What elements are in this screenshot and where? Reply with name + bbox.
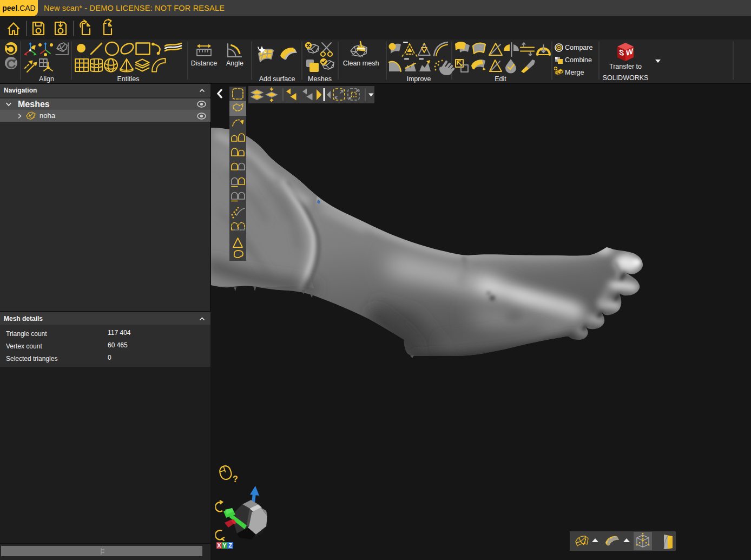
svg-text:?: ? [233,475,238,484]
